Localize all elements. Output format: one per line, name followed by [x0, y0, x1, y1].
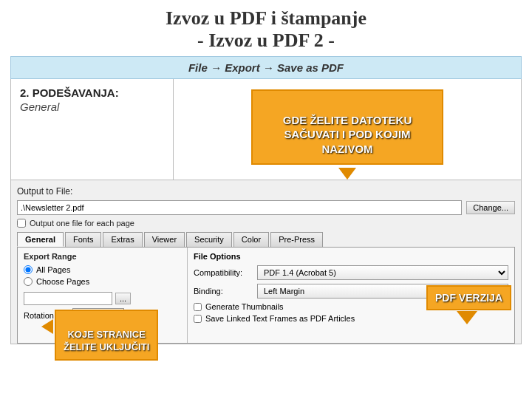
- step-label-panel: 2. PODEŠAVANJA: General: [11, 79, 174, 180]
- one-file-checkbox[interactable]: [17, 219, 26, 228]
- step-sub: General: [20, 100, 164, 113]
- choose-pages-radio[interactable]: [24, 277, 33, 286]
- tab-viewer[interactable]: Viewer: [144, 232, 185, 247]
- generate-thumbnails-checkbox[interactable]: [194, 303, 202, 311]
- change-button[interactable]: Change...: [466, 201, 515, 214]
- breadcrumb: File → Export → Save as PDF: [10, 56, 522, 79]
- choose-pages-row: Choose Pages: [24, 277, 181, 286]
- output-label: Output to File:: [17, 186, 72, 197]
- compatibility-row: Compatibility: PDF 1.4 (Acrobat 5): [194, 265, 508, 280]
- arrow-down-icon: [338, 168, 356, 180]
- dialog-overlay-container: Output to File: Change... Output one fil…: [10, 180, 522, 344]
- file-path-input[interactable]: [17, 200, 462, 215]
- tab-extras[interactable]: Extras: [103, 232, 142, 247]
- all-pages-row: All Pages: [24, 265, 181, 274]
- pages-range-input[interactable]: [24, 292, 112, 305]
- one-file-row: Output one file for each page: [17, 219, 515, 228]
- pages-browse-btn[interactable]: ...: [115, 293, 131, 304]
- pdf-version-annotation: PDF VERZIJA: [426, 285, 511, 310]
- file-path-row: Change...: [17, 200, 515, 215]
- all-pages-radio[interactable]: [24, 265, 33, 274]
- one-file-label: Output one file for each page: [30, 219, 134, 228]
- which-pages-annotation: KOJE STRANICE ŽELITE UKLJUČITI: [55, 310, 158, 361]
- binding-label: Binding:: [194, 287, 253, 296]
- save-linked-checkbox[interactable]: [194, 315, 202, 323]
- tab-prepress[interactable]: Pre-Press: [270, 232, 323, 247]
- save-linked-label: Save Linked Text Frames as PDF Articles: [205, 314, 355, 323]
- tab-general[interactable]: General: [17, 232, 64, 247]
- output-file-row: Output to File:: [17, 186, 515, 197]
- compatibility-select[interactable]: PDF 1.4 (Acrobat 5): [257, 265, 508, 280]
- file-options-label: File Options: [194, 252, 508, 261]
- tab-color[interactable]: Color: [233, 232, 269, 247]
- tabs-row: General Fonts Extras Viewer Security Col…: [17, 232, 515, 248]
- page-title: Izvoz u PDF i štampanje - Izvoz u PDF 2 …: [0, 7, 532, 52]
- tab-security[interactable]: Security: [186, 232, 232, 247]
- radio-group: All Pages Choose Pages ...: [24, 265, 181, 305]
- app-container: Izvoz u PDF i štampanje - Izvoz u PDF 2 …: [0, 0, 532, 344]
- generate-thumbnails-label: Generate Thumbnails: [205, 302, 284, 311]
- export-range-label: Export Range: [24, 252, 181, 261]
- compatibility-label: Compatibility:: [194, 268, 253, 277]
- annotation-panel: GDE ŽELITE DATOTEKU SAČUVATI I POD KOJIM…: [174, 79, 521, 180]
- step-number: 2. PODEŠAVANJA:: [20, 86, 164, 99]
- title-area: Izvoz u PDF i štampanje - Izvoz u PDF 2 …: [0, 0, 532, 56]
- which-pages-arrow: [41, 319, 53, 334]
- all-pages-label: All Pages: [36, 265, 70, 274]
- pdf-version-arrow: [457, 311, 477, 324]
- step-section: 2. PODEŠAVANJA: General GDE ŽELITE DATOT…: [10, 79, 522, 180]
- choose-pages-label: Choose Pages: [36, 277, 89, 286]
- tab-fonts[interactable]: Fonts: [65, 232, 102, 247]
- where-to-save-annotation: GDE ŽELITE DATOTEKU SAČUVATI I POD KOJIM…: [251, 89, 443, 165]
